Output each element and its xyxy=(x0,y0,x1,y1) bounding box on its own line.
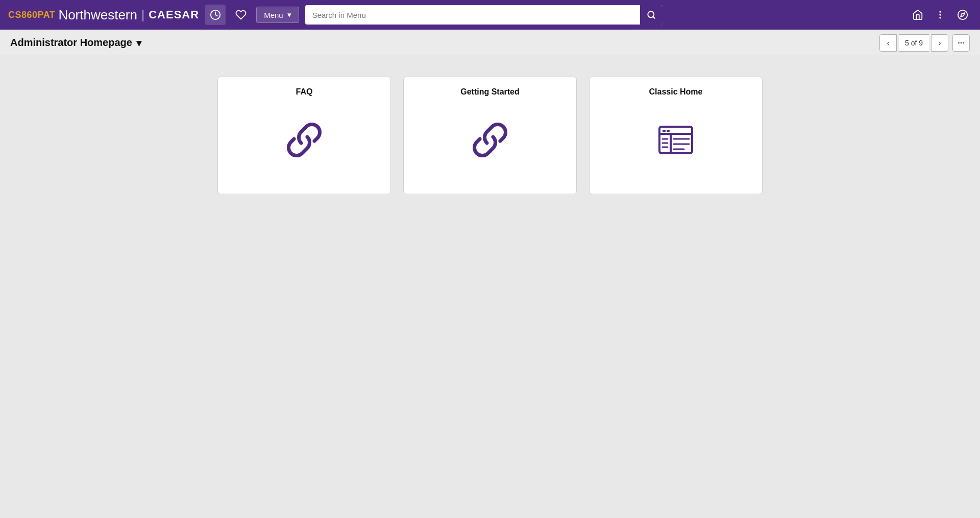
svg-line-2 xyxy=(653,16,654,18)
prev-page-button[interactable]: ‹ xyxy=(879,34,897,52)
classic-home-card-title: Classic Home xyxy=(649,87,703,97)
top-header: CS860PAT Northwestern | CAESAR Menu ▾ xyxy=(0,0,980,30)
clock-button[interactable] xyxy=(205,5,226,25)
svg-point-10 xyxy=(963,42,964,43)
svg-point-9 xyxy=(961,42,962,43)
svg-rect-15 xyxy=(667,130,670,132)
faq-card[interactable]: FAQ xyxy=(217,77,391,194)
faq-link-icon xyxy=(284,120,325,160)
home-button[interactable] xyxy=(909,6,927,24)
prev-icon: ‹ xyxy=(887,39,890,47)
header-right-actions xyxy=(909,6,972,24)
pagination-controls: ‹ 5 of 9 › xyxy=(879,34,970,52)
browser-window-icon xyxy=(655,120,696,160)
brand-caesar: CAESAR xyxy=(149,8,199,21)
brand-northwestern: Northwestern xyxy=(58,7,137,23)
sub-header: Administrator Homepage ▾ ‹ 5 of 9 › xyxy=(0,30,980,56)
brand-divider: | xyxy=(141,8,144,22)
next-icon: › xyxy=(939,39,941,47)
brand-cs: CS860PAT xyxy=(8,10,55,20)
faq-card-title: FAQ xyxy=(296,87,313,97)
search-icon xyxy=(647,10,656,19)
svg-point-4 xyxy=(939,14,941,15)
page-indicator: 5 of 9 xyxy=(899,34,929,52)
heart-icon xyxy=(235,9,247,20)
vertical-dots-icon xyxy=(935,10,945,20)
main-content: FAQ Getting Started Classic Home xyxy=(0,56,980,215)
svg-point-8 xyxy=(958,42,960,43)
page-more-icon xyxy=(957,39,965,47)
search-button[interactable] xyxy=(640,5,663,25)
getting-started-card-title: Getting Started xyxy=(460,87,520,97)
faq-card-icon xyxy=(284,97,325,183)
compass-button[interactable] xyxy=(953,6,972,24)
favorites-button[interactable] xyxy=(232,6,250,24)
menu-label: Menu xyxy=(264,11,283,19)
search-input[interactable] xyxy=(305,7,640,23)
getting-started-link-icon xyxy=(470,120,510,160)
svg-point-5 xyxy=(939,17,941,18)
svg-point-3 xyxy=(939,11,941,13)
compass-icon xyxy=(957,9,968,20)
svg-rect-14 xyxy=(663,130,666,132)
getting-started-card[interactable]: Getting Started xyxy=(403,77,577,194)
home-icon xyxy=(912,9,923,20)
getting-started-card-icon xyxy=(470,97,510,183)
classic-home-card-icon xyxy=(655,97,696,183)
page-title: Administrator Homepage xyxy=(10,37,132,49)
page-title-button[interactable]: Administrator Homepage ▾ xyxy=(10,37,141,49)
brand-area: CS860PAT Northwestern | CAESAR xyxy=(8,7,199,23)
page-more-button[interactable] xyxy=(952,34,970,52)
svg-marker-7 xyxy=(961,13,965,17)
page-title-chevron-icon: ▾ xyxy=(136,37,141,49)
more-options-button[interactable] xyxy=(931,6,949,24)
search-container xyxy=(305,5,663,25)
svg-point-6 xyxy=(958,10,967,19)
next-page-button[interactable]: › xyxy=(931,34,948,52)
menu-chevron-icon: ▾ xyxy=(287,10,291,19)
classic-home-card[interactable]: Classic Home xyxy=(589,77,763,194)
clock-icon xyxy=(210,9,221,20)
menu-button[interactable]: Menu ▾ xyxy=(256,7,299,23)
